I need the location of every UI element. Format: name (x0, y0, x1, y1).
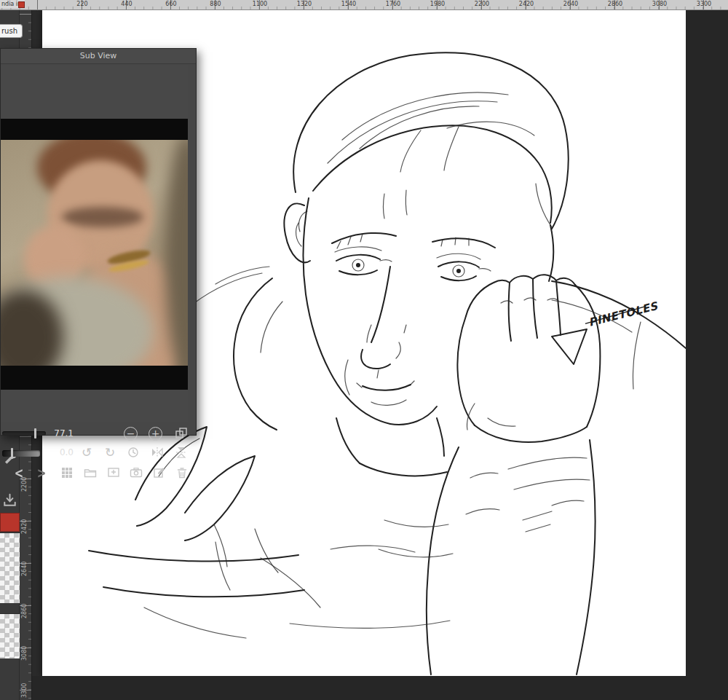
ruler-label: 2420 (21, 519, 28, 534)
flip-horizontal-icon[interactable] (151, 446, 164, 459)
ruler-label: 1320 (295, 1, 314, 7)
transparent-color-swatch[interactable] (0, 532, 20, 603)
ruler-label: 1980 (428, 1, 447, 7)
ruler-label: 3300 (21, 683, 28, 698)
nose-mouth (345, 267, 414, 405)
camera-icon[interactable] (130, 466, 143, 479)
transparent-pattern-swatch[interactable] (0, 613, 20, 658)
zoom-slider-handle[interactable] (34, 428, 36, 439)
sub-view-viewport[interactable] (1, 65, 188, 422)
tool-color-chip (18, 1, 25, 8)
flip-vertical-icon[interactable] (175, 446, 188, 459)
neck-collar (336, 418, 447, 476)
edit-in-painter-icon[interactable] (153, 466, 166, 479)
rotation-value: 0.0 (44, 447, 74, 457)
ruler-label: 3080 (21, 646, 28, 661)
next-image-button[interactable]: > (36, 464, 47, 481)
zoom-slider[interactable] (2, 431, 46, 436)
sub-view-controls: 77.1 − + 0.0 ↺ ↻ (1, 422, 197, 484)
workspace-background-bottom (32, 676, 728, 700)
letterbox-top (1, 119, 188, 140)
trash-icon[interactable] (175, 466, 189, 479)
file-row: < > (1, 464, 197, 483)
eyebrows (332, 233, 495, 248)
reference-photo[interactable] (1, 140, 188, 366)
ruler-label: 2640 (21, 562, 28, 576)
zoom-out-button[interactable]: − (124, 427, 138, 441)
undo-rotate-icon[interactable]: ↺ (79, 446, 94, 459)
zoom-in-button[interactable]: + (149, 427, 162, 441)
ruler-horizontal: 220 440 660 880 1100 1320 1540 1760 1980… (0, 0, 728, 10)
signature-text: PINETOLES (587, 299, 660, 329)
ruler-label: 2420 (517, 1, 536, 7)
thumbnail-grid-icon[interactable] (60, 466, 74, 479)
zoom-row: 77.1 − + (1, 425, 197, 442)
rotate-row: 0.0 ↺ ↻ (1, 444, 197, 462)
forearm (427, 440, 596, 675)
eyes (335, 247, 491, 280)
ruler-label: 2860 (606, 1, 625, 7)
ruler-label: 3300 (695, 1, 713, 7)
face-contour (304, 190, 554, 425)
previous-image-button[interactable]: < (14, 464, 24, 481)
ruler-label: 1540 (339, 1, 358, 7)
ruler-label: 1760 (384, 1, 403, 7)
background-sketch-left (192, 267, 282, 430)
app-window: PINETOLES 220 440 660 880 1100 1320 1540… (0, 0, 728, 700)
hand-on-cheek (457, 275, 600, 442)
ruler-label: 440 (117, 1, 136, 7)
ruler-label: 3080 (650, 1, 669, 7)
rotation-slider-handle[interactable] (11, 448, 13, 459)
letterbox-bottom (1, 366, 188, 390)
ruler-label: 2640 (561, 1, 580, 7)
workspace-background-right (686, 10, 728, 700)
ruler-label: 1100 (250, 1, 269, 7)
import-download-icon[interactable] (2, 492, 17, 508)
ruler-label: 2200 (472, 1, 491, 7)
hair-lines (293, 52, 569, 229)
brush-button-partial[interactable]: rush (0, 24, 23, 38)
open-folder-icon[interactable] (84, 466, 97, 479)
fit-to-window-icon[interactable] (175, 427, 188, 440)
reset-display-icon[interactable] (127, 446, 140, 459)
zoom-value: 77.1 (44, 428, 74, 439)
bedding-lines (89, 520, 453, 638)
color-swatch-red[interactable] (0, 513, 20, 532)
ruler-label: 2860 (21, 604, 28, 618)
ruler-label: 660 (162, 1, 181, 7)
ruler-label: 220 (73, 1, 92, 7)
redo-rotate-icon[interactable]: ↻ (103, 446, 117, 459)
ruler-label: 880 (206, 1, 225, 7)
photo-eyes-shadow (62, 207, 143, 227)
import-to-canvas-icon[interactable] (107, 466, 120, 479)
sub-view-panel: Sub View 77.1 − (0, 48, 197, 436)
sub-view-title[interactable]: Sub View (1, 49, 196, 64)
rotation-slider[interactable] (2, 450, 40, 457)
